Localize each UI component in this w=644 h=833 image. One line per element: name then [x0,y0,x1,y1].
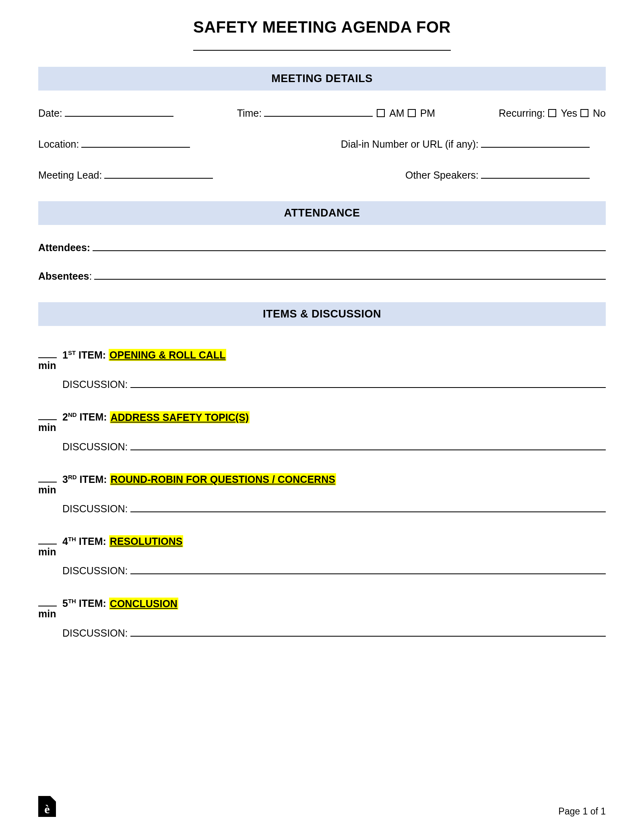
item-name-5: CONCLUSION [109,598,178,610]
time-field: Time: AM PM [237,107,435,119]
recurring-field: Recurring: Yes No [499,107,606,119]
time-label: Time: [237,107,262,119]
details-row-2: Location: Dial-in Number or URL (if any)… [38,138,606,150]
date-label: Date: [38,107,62,119]
yes-checkbox[interactable] [548,109,556,117]
attendees-row: Attendees: [38,242,606,254]
min-label: min [38,422,62,433]
location-field: Location: [38,138,190,150]
location-input[interactable] [81,139,190,148]
min-input-1[interactable] [38,349,57,358]
item-title-3: 3RD ITEM: ROUND-ROBIN FOR QUESTIONS / CO… [62,474,606,485]
dialin-label: Dial-in Number or URL (if any): [341,138,479,150]
lead-field: Meeting Lead: [38,169,213,181]
details-row-3: Meeting Lead: Other Speakers: [38,169,606,181]
absentees-row: Absentees: [38,270,606,282]
discussion-input-3[interactable] [130,503,606,512]
yes-group: Yes [548,107,577,119]
title-blank-line[interactable] [193,39,451,51]
dialin-field: Dial-in Number or URL (if any): [341,138,590,150]
page-title: SAFETY MEETING AGENDA FOR [193,18,451,36]
item-col: 1ST ITEM: OPENING & ROLL CALL DISCUSSION… [62,349,606,390]
min-col: min [38,598,62,639]
discussion-label: DISCUSSION: [62,503,128,515]
am-checkbox[interactable] [377,109,385,117]
no-group: No [580,107,606,119]
yes-label: Yes [561,107,577,119]
pm-label: PM [420,107,436,119]
min-col: min [38,411,62,452]
dialin-input[interactable] [481,139,590,148]
discussion-row-1: DISCUSSION: [62,379,606,390]
absentees-input[interactable] [94,271,606,280]
absentees-label: Absentees: [38,270,92,282]
no-label: No [593,107,606,119]
min-input-5[interactable] [38,598,57,606]
item-name-4: RESOLUTIONS [109,535,184,547]
agenda-item-1: min 1ST ITEM: OPENING & ROLL CALL DISCUS… [38,349,606,390]
attendees-label: Attendees: [38,242,90,254]
item-title-2: 2ND ITEM: ADDRESS SAFETY TOPIC(S) [62,411,606,423]
item-col: 2ND ITEM: ADDRESS SAFETY TOPIC(S) DISCUS… [62,411,606,452]
discussion-row-5: DISCUSSION: [62,627,606,639]
agenda-item-4: min 4TH ITEM: RESOLUTIONS DISCUSSION: [38,536,606,577]
min-label: min [38,484,62,496]
min-col: min [38,474,62,515]
discussion-label: DISCUSSION: [62,441,128,453]
lead-input[interactable] [104,170,213,179]
attendees-input[interactable] [93,242,606,251]
agenda-item-5: min 5TH ITEM: CONCLUSION DISCUSSION: [38,598,606,639]
item-name-3: ROUND-ROBIN FOR QUESTIONS / CONCERNS [110,473,336,485]
discussion-label: DISCUSSION: [62,379,128,390]
min-col: min [38,536,62,577]
speakers-field: Other Speakers: [405,169,590,181]
discussion-input-5[interactable] [130,628,606,637]
agenda-item-3: min 3RD ITEM: ROUND-ROBIN FOR QUESTIONS … [38,474,606,515]
min-label: min [38,608,62,620]
lead-label: Meeting Lead: [38,169,102,181]
location-label: Location: [38,138,79,150]
page-number: Page 1 of 1 [558,806,606,817]
discussion-label: DISCUSSION: [62,627,128,639]
item-title-1: 1ST ITEM: OPENING & ROLL CALL [62,349,606,361]
speakers-label: Other Speakers: [405,169,479,181]
min-input-4[interactable] [38,536,57,544]
item-name-1: OPENING & ROLL CALL [109,349,226,361]
min-col: min [38,349,62,390]
section-meeting-details: MEETING DETAILS [38,67,606,91]
eforms-logo-icon: è [38,796,56,817]
no-checkbox[interactable] [580,109,588,117]
item-name-2: ADDRESS SAFETY TOPIC(S) [110,411,250,423]
item-col: 5TH ITEM: CONCLUSION DISCUSSION: [62,598,606,639]
item-col: 3RD ITEM: ROUND-ROBIN FOR QUESTIONS / CO… [62,474,606,515]
discussion-row-4: DISCUSSION: [62,565,606,577]
section-attendance: ATTENDANCE [38,201,606,225]
footer: è Page 1 of 1 [38,796,606,817]
item-col: 4TH ITEM: RESOLUTIONS DISCUSSION: [62,536,606,577]
pm-checkbox[interactable] [408,109,416,117]
date-input[interactable] [65,108,173,117]
min-label: min [38,360,62,371]
discussion-input-4[interactable] [130,565,606,574]
time-input[interactable] [264,108,373,117]
agenda-item-2: min 2ND ITEM: ADDRESS SAFETY TOPIC(S) DI… [38,411,606,452]
recurring-label: Recurring: [499,107,545,119]
discussion-input-1[interactable] [130,379,606,388]
discussion-row-2: DISCUSSION: [62,441,606,453]
discussion-row-3: DISCUSSION: [62,503,606,515]
discussion-label: DISCUSSION: [62,565,128,577]
am-group: AM [377,107,404,119]
pm-group: PM [408,107,435,119]
item-title-4: 4TH ITEM: RESOLUTIONS [62,536,606,547]
discussion-input-2[interactable] [130,441,606,450]
date-field: Date: [38,107,173,119]
item-title-5: 5TH ITEM: CONCLUSION [62,598,606,609]
speakers-input[interactable] [481,170,590,179]
min-input-2[interactable] [38,411,57,420]
title-block: SAFETY MEETING AGENDA FOR [38,18,606,51]
section-items: ITEMS & DISCUSSION [38,302,606,326]
am-label: AM [389,107,405,119]
details-row-1: Date: Time: AM PM Recurring: Yes No [38,107,606,119]
min-input-3[interactable] [38,474,57,482]
min-label: min [38,546,62,558]
